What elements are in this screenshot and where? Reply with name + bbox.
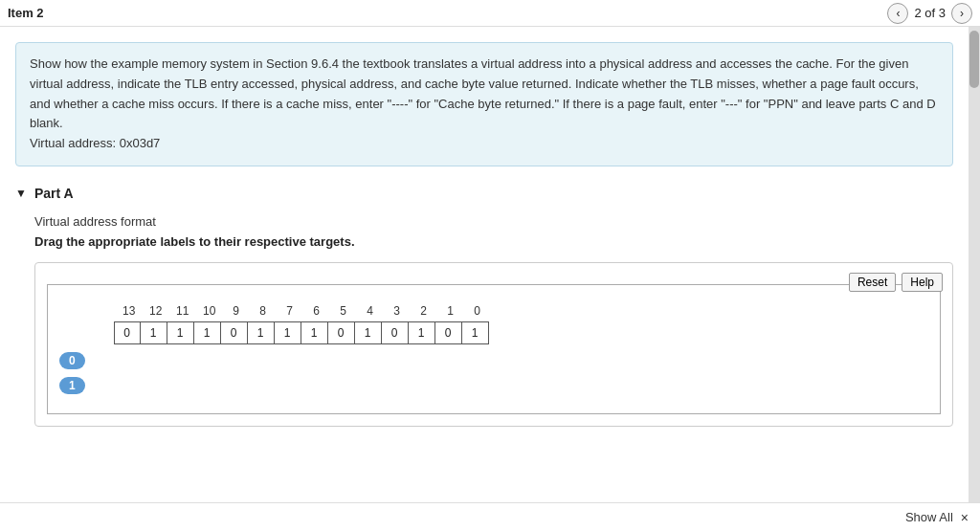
show-all-button[interactable]: Show All xyxy=(905,510,953,524)
part-a-body: Virtual address format Drag the appropri… xyxy=(15,214,953,427)
page-title: Item 2 xyxy=(8,6,44,20)
bottom-bar: Show All × xyxy=(0,502,980,531)
virtual-address: Virtual address: 0x03d7 xyxy=(30,136,160,150)
bit-box[interactable]: 1 xyxy=(248,321,275,344)
part-a-section: ▼ Part A Virtual address format Drag the… xyxy=(15,186,953,427)
bit-diagram: 131211109876543210 01110111010101 xyxy=(114,304,491,344)
bit-number-label: 0 xyxy=(464,304,491,318)
next-icon: › xyxy=(960,7,964,20)
bit-box[interactable]: 0 xyxy=(221,321,248,344)
pagination: ‹ 2 of 3 › xyxy=(887,3,972,24)
next-page-button[interactable]: › xyxy=(951,3,972,24)
bit-number-label: 13 xyxy=(116,304,143,318)
diagram-container: Reset Help 0 1 131211109876543210 011101… xyxy=(34,262,953,427)
main-container: Show how the example memory system in Se… xyxy=(0,27,980,531)
bit-box[interactable]: 1 xyxy=(355,321,382,344)
reset-button[interactable]: Reset xyxy=(849,273,896,292)
bit-number-label: 7 xyxy=(277,304,303,318)
bit-number-label: 12 xyxy=(143,304,169,318)
bit-box[interactable]: 1 xyxy=(167,321,194,344)
label-pill-0[interactable]: 0 xyxy=(59,352,85,369)
bit-box[interactable]: 1 xyxy=(275,321,301,344)
bit-box[interactable]: 1 xyxy=(301,321,328,344)
bit-box[interactable]: 1 xyxy=(462,321,489,344)
diagram-inner: 0 1 131211109876543210 01110111010101 xyxy=(47,284,941,414)
bit-box[interactable]: 0 xyxy=(382,321,409,344)
bit-box[interactable]: 0 xyxy=(328,321,355,344)
drag-instruction: Drag the appropriate labels to their res… xyxy=(34,234,953,249)
bit-box[interactable]: 1 xyxy=(194,321,221,344)
part-a-header[interactable]: ▼ Part A xyxy=(15,186,953,201)
diagram-toolbar: Reset Help xyxy=(849,273,943,292)
bit-number-label: 9 xyxy=(223,304,250,318)
bit-number-label: 5 xyxy=(330,304,357,318)
bit-number-label: 8 xyxy=(250,304,277,318)
bit-number-label: 6 xyxy=(303,304,330,318)
pagination-text: 2 of 3 xyxy=(914,6,946,20)
collapse-arrow-icon: ▼ xyxy=(15,187,27,200)
part-a-title: Part A xyxy=(34,186,74,201)
close-button[interactable]: × xyxy=(961,510,969,525)
info-box: Show how the example memory system in Se… xyxy=(15,42,953,166)
bit-numbers-row: 131211109876543210 xyxy=(114,304,491,318)
label-pill-1[interactable]: 1 xyxy=(59,377,85,394)
label-pills: 0 1 xyxy=(59,304,85,394)
part-a-subtitle: Virtual address format xyxy=(34,214,953,229)
bit-number-label: 1 xyxy=(437,304,464,318)
scrollbar-track[interactable] xyxy=(969,27,980,531)
bit-number-label: 3 xyxy=(384,304,411,318)
bit-box[interactable]: 0 xyxy=(435,321,462,344)
bit-number-label: 10 xyxy=(196,304,223,318)
bit-number-label: 4 xyxy=(357,304,384,318)
bit-number-label: 2 xyxy=(411,304,437,318)
bit-box[interactable]: 0 xyxy=(114,321,141,344)
bit-number-label: 11 xyxy=(169,304,196,318)
bit-boxes-row: 01110111010101 xyxy=(114,321,489,344)
help-button[interactable]: Help xyxy=(902,273,943,292)
top-bar: Item 2 ‹ 2 of 3 › xyxy=(0,0,980,27)
prev-page-button[interactable]: ‹ xyxy=(887,3,908,24)
info-text: Show how the example memory system in Se… xyxy=(30,56,936,130)
content-area: Show how the example memory system in Se… xyxy=(0,27,969,531)
bit-box[interactable]: 1 xyxy=(141,321,167,344)
prev-icon: ‹ xyxy=(896,7,900,20)
bit-box[interactable]: 1 xyxy=(409,321,435,344)
scrollbar-thumb[interactable] xyxy=(969,31,979,88)
